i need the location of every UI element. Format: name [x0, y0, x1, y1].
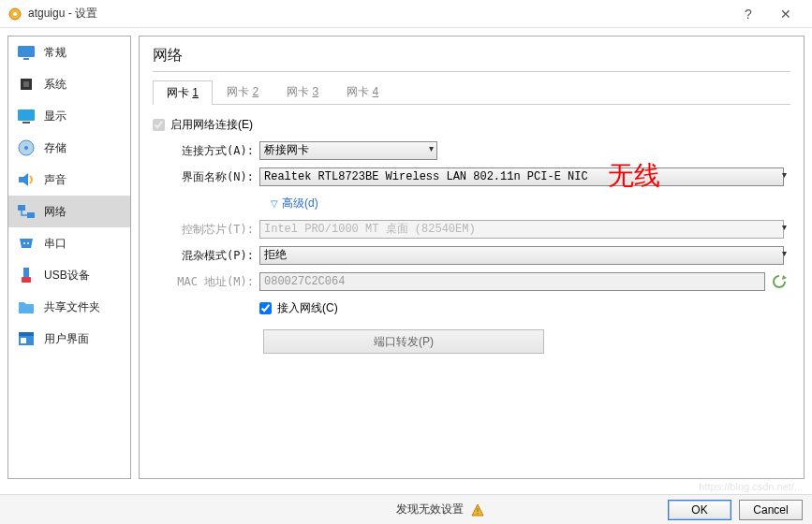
mac-address-field	[259, 272, 765, 291]
interface-name-label: 界面名称(N):	[164, 169, 254, 185]
section-heading: 网络	[153, 46, 790, 66]
sidebar-label: 共享文件夹	[44, 299, 100, 315]
serial-icon	[16, 233, 37, 254]
sidebar-item-general[interactable]: 常规	[8, 36, 130, 68]
display-icon	[16, 106, 37, 126]
sidebar-item-storage[interactable]: 存储	[8, 132, 130, 164]
svg-marker-10	[19, 173, 28, 186]
layout-icon	[16, 328, 37, 349]
svg-rect-23	[477, 508, 478, 512]
tab-adapter-2[interactable]: 网卡 2	[213, 80, 273, 104]
adapter-tabs: 网卡 1 网卡 2 网卡 3 网卡 4	[153, 80, 790, 105]
sidebar-item-system[interactable]: 系统	[8, 68, 130, 100]
sidebar-label: 声音	[44, 172, 66, 188]
sidebar-label: 网络	[44, 204, 66, 220]
svg-rect-11	[18, 205, 25, 211]
sidebar-item-network[interactable]: 网络	[8, 196, 130, 227]
invalid-settings-msg: 发现无效设置	[396, 502, 464, 517]
mac-address-label: MAC 地址(M):	[164, 274, 254, 290]
enable-network-checkbox[interactable]	[153, 119, 165, 131]
svg-rect-20	[21, 338, 26, 343]
sidebar-label: 存储	[44, 140, 66, 156]
speaker-icon	[16, 169, 37, 190]
svg-rect-2	[18, 46, 35, 57]
chip-icon	[16, 74, 37, 95]
connection-mode-label: 连接方式(A):	[164, 143, 254, 159]
advanced-toggle[interactable]: ▽ 高级(d)	[271, 196, 318, 211]
app-gear-icon	[7, 7, 22, 22]
svg-point-9	[24, 146, 28, 150]
sidebar-label: 常规	[44, 45, 66, 61]
network-icon	[16, 201, 37, 222]
ok-button[interactable]: OK	[668, 500, 731, 520]
sidebar-item-ui[interactable]: 用户界面	[8, 323, 130, 355]
interface-name-select[interactable]: Realtek RTL8723BE Wireless LAN 802.11n P…	[259, 167, 784, 186]
controller-chip-select: Intel PRO/1000 MT 桌面 (82540EM)	[259, 220, 784, 239]
tab-adapter-4[interactable]: 网卡 4	[332, 80, 392, 104]
tab-adapter-1[interactable]: 网卡 1	[153, 80, 213, 105]
sidebar-label: 显示	[44, 109, 66, 124]
svg-rect-17	[22, 277, 31, 283]
divider	[153, 71, 790, 72]
disk-icon	[16, 138, 37, 158]
settings-sidebar: 常规 系统 显示 存储 声音 网络 串口 USB设备	[7, 36, 131, 479]
sidebar-label: 串口	[44, 236, 66, 252]
sidebar-item-usb[interactable]: USB设备	[8, 259, 130, 291]
svg-rect-5	[23, 81, 29, 87]
svg-marker-21	[782, 275, 787, 280]
cable-connected-label: 接入网线(C)	[277, 300, 338, 316]
content-pane: 网络 网卡 1 网卡 2 网卡 3 网卡 4 启用网络连接(E) 连接方式(A)…	[139, 36, 805, 479]
sidebar-label: 系统	[44, 77, 66, 93]
svg-point-1	[13, 12, 17, 16]
port-forwarding-button[interactable]: 端口转发(P)	[263, 329, 544, 354]
tab-adapter-3[interactable]: 网卡 3	[273, 80, 332, 104]
sidebar-item-serial[interactable]: 串口	[8, 227, 130, 259]
svg-marker-13	[20, 239, 33, 248]
svg-point-14	[23, 242, 25, 244]
sidebar-label: 用户界面	[44, 331, 89, 347]
chevron-down-icon: ▽	[271, 198, 278, 209]
svg-rect-3	[23, 58, 29, 60]
folder-icon	[16, 297, 37, 317]
warning-icon	[471, 503, 484, 517]
enable-network-label: 启用网络连接(E)	[170, 117, 253, 133]
svg-rect-19	[19, 332, 34, 336]
sidebar-label: USB设备	[44, 268, 90, 284]
help-button[interactable]: ?	[730, 0, 767, 28]
promiscuous-mode-select[interactable]: 拒绝	[259, 246, 784, 265]
monitor-icon	[16, 42, 37, 63]
refresh-mac-icon[interactable]	[771, 273, 788, 290]
usb-icon	[16, 265, 37, 285]
sidebar-item-shared[interactable]: 共享文件夹	[8, 291, 130, 323]
sidebar-item-audio[interactable]: 声音	[8, 164, 130, 196]
svg-rect-16	[23, 268, 29, 277]
svg-rect-24	[477, 513, 478, 514]
connection-mode-select[interactable]: 桥接网卡	[259, 141, 437, 160]
title-bar: atguigu - 设置 ? ✕	[0, 0, 812, 28]
annotation-wireless: 无线	[608, 158, 660, 194]
cancel-button[interactable]: Cancel	[739, 500, 803, 520]
svg-rect-12	[27, 212, 35, 218]
sidebar-item-display[interactable]: 显示	[8, 100, 130, 132]
window-title: atguigu - 设置	[28, 6, 730, 22]
svg-point-15	[27, 242, 29, 244]
svg-rect-6	[18, 109, 35, 121]
close-button[interactable]: ✕	[767, 0, 805, 28]
cable-connected-checkbox[interactable]	[259, 302, 272, 314]
footer-bar: 发现无效设置 OK Cancel	[0, 494, 812, 524]
controller-chip-label: 控制芯片(T):	[164, 222, 254, 238]
promiscuous-mode-label: 混杂模式(P):	[164, 248, 254, 264]
svg-rect-7	[22, 122, 30, 124]
